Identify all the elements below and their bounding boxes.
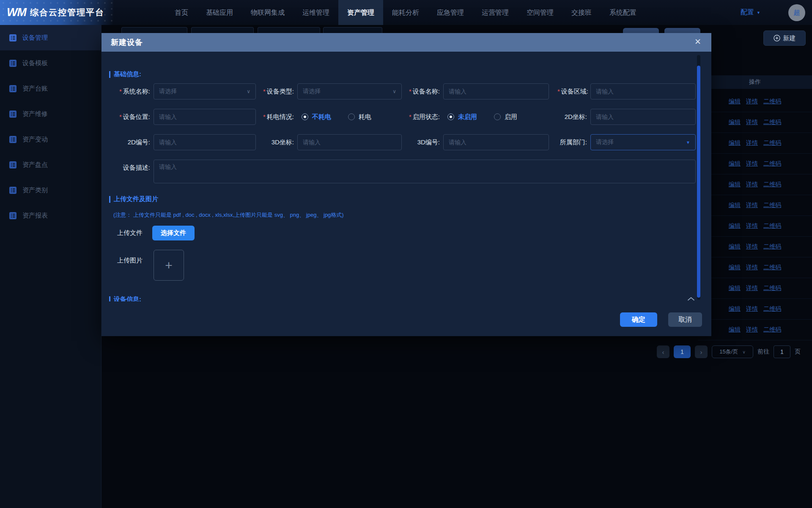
detail-link[interactable]: 详情 xyxy=(746,202,758,209)
nav-item-emergency[interactable]: 应急管理 xyxy=(428,0,473,25)
radio-power[interactable]: 耗电 xyxy=(348,113,371,121)
nav-item-energy[interactable]: 能耗分析 xyxy=(383,0,428,25)
sidebar-item-asset-repair[interactable]: 资产维修 xyxy=(0,101,101,127)
qrcode-link[interactable]: 二维码 xyxy=(763,264,781,271)
new-button-label: 新建 xyxy=(783,34,796,42)
list-icon xyxy=(9,60,16,67)
edit-link[interactable]: 编辑 xyxy=(729,139,741,147)
sidebar: 设备管理 设备模板 资产台账 资产维修 资产变动 资产盘点 资产类别 资产报表 xyxy=(0,25,102,508)
department-select[interactable]: 请选择 ▼ xyxy=(590,134,696,150)
modal-scrollbar-thumb[interactable] xyxy=(697,66,700,298)
qrcode-link[interactable]: 二维码 xyxy=(763,243,781,251)
edit-link[interactable]: 编辑 xyxy=(729,222,741,230)
field-3d-code: 3D编号: xyxy=(405,134,549,150)
detail-link[interactable]: 详情 xyxy=(746,222,758,230)
next-page-button[interactable]: › xyxy=(695,345,708,358)
confirm-button[interactable]: 确定 xyxy=(620,312,657,327)
edit-link[interactable]: 编辑 xyxy=(729,243,741,251)
qrcode-link[interactable]: 二维码 xyxy=(763,160,781,168)
page-size-select[interactable]: 15条/页 ∨ xyxy=(712,345,753,358)
radio-no-power[interactable]: 不耗电 xyxy=(302,113,331,121)
nav-item-ops[interactable]: 运维管理 xyxy=(294,0,338,25)
power-usage-radio-group: 不耗电 耗电 xyxy=(297,113,371,121)
qrcode-link[interactable]: 二维码 xyxy=(763,326,781,334)
description-textarea[interactable] xyxy=(154,160,696,183)
qrcode-link[interactable]: 二维码 xyxy=(763,98,781,105)
edit-link[interactable]: 编辑 xyxy=(729,326,741,334)
brand-logo-mark: WM xyxy=(7,6,26,19)
field-power-usage: *耗电情况: 不耗电 耗电 xyxy=(213,109,371,125)
sidebar-item-asset-change[interactable]: 资产变动 xyxy=(0,127,101,152)
detail-link[interactable]: 详情 xyxy=(746,243,758,251)
coord-2d-input[interactable] xyxy=(590,109,696,125)
list-icon xyxy=(9,85,16,92)
nav-item-assets[interactable]: 资产管理 xyxy=(338,0,383,25)
nav-item-home[interactable]: 首页 xyxy=(166,0,197,25)
list-icon xyxy=(9,110,16,118)
edit-link[interactable]: 编辑 xyxy=(729,181,741,188)
code-3d-input[interactable] xyxy=(443,134,549,150)
sidebar-item-device-template[interactable]: 设备模板 xyxy=(0,50,101,76)
cancel-button[interactable]: 取消 xyxy=(668,312,702,327)
edit-link[interactable]: 编辑 xyxy=(729,202,741,209)
new-device-modal: 新建设备 ✕ 基础信息: *系统名称: 请选择 ∨ *设备类型: 请选择 ∨ xyxy=(102,33,711,336)
detail-link[interactable]: 详情 xyxy=(746,264,758,271)
collapse-up-icon[interactable] xyxy=(687,295,695,301)
page-number-1[interactable]: 1 xyxy=(674,345,691,358)
nav-item-space[interactable]: 空间管理 xyxy=(518,0,562,25)
nav-item-iot[interactable]: 物联网集成 xyxy=(242,0,294,25)
edit-link[interactable]: 编辑 xyxy=(729,264,741,271)
nav-item-shift[interactable]: 交接班 xyxy=(562,0,601,25)
upload-image-row: 上传图片 + xyxy=(109,250,184,281)
device-area-input[interactable] xyxy=(590,83,696,99)
sidebar-item-asset-inventory[interactable]: 资产盘点 xyxy=(0,152,101,177)
qrcode-link[interactable]: 二维码 xyxy=(763,119,781,126)
qrcode-link[interactable]: 二维码 xyxy=(763,284,781,292)
close-icon[interactable]: ✕ xyxy=(694,38,701,46)
detail-link[interactable]: 详情 xyxy=(746,284,758,292)
detail-link[interactable]: 详情 xyxy=(746,139,758,147)
nav-item-operation[interactable]: 运营管理 xyxy=(473,0,518,25)
sidebar-item-asset-ledger[interactable]: 资产台账 xyxy=(0,76,101,101)
device-name-input[interactable] xyxy=(443,83,549,99)
sidebar-item-asset-category[interactable]: 资产类别 xyxy=(0,177,101,203)
detail-link[interactable]: 详情 xyxy=(746,160,758,168)
detail-link[interactable]: 详情 xyxy=(746,181,758,188)
qrcode-link[interactable]: 二维码 xyxy=(763,181,781,188)
user-avatar[interactable]: 超 xyxy=(788,4,805,21)
pagination: ‹ 1 › 15条/页 ∨ 前往 页 xyxy=(657,345,801,359)
table-row: 编辑详情二维码 xyxy=(698,299,812,320)
detail-link[interactable]: 详情 xyxy=(746,98,758,105)
radio-not-enabled[interactable]: 未启用 xyxy=(447,113,477,121)
upload-image-box[interactable]: + xyxy=(154,250,184,281)
sidebar-item-asset-report[interactable]: 资产报表 xyxy=(0,203,101,228)
edit-link[interactable]: 编辑 xyxy=(729,98,741,105)
sidebar-item-device-mgmt[interactable]: 设备管理 xyxy=(0,25,101,50)
device-type-select[interactable]: 请选择 ∨ xyxy=(297,83,402,99)
radio-enabled[interactable]: 启用 xyxy=(494,113,517,121)
nav-item-basic-apps[interactable]: 基础应用 xyxy=(197,0,242,25)
config-dropdown[interactable]: 配置 ▼ xyxy=(741,0,760,25)
edit-link[interactable]: 编辑 xyxy=(729,160,741,168)
edit-link[interactable]: 编辑 xyxy=(729,119,741,126)
required-marker: * xyxy=(263,113,266,120)
edit-link[interactable]: 编辑 xyxy=(729,284,741,292)
top-nav-menu: 首页 基础应用 物联网集成 运维管理 资产管理 能耗分析 应急管理 运营管理 空… xyxy=(166,0,645,25)
choose-file-button[interactable]: 选择文件 xyxy=(152,226,195,240)
detail-link[interactable]: 详情 xyxy=(746,305,758,313)
nav-item-sysconfig[interactable]: 系统配置 xyxy=(601,0,645,25)
section-device-info: 设备信息: xyxy=(109,295,141,301)
coord-3d-input[interactable] xyxy=(297,134,402,150)
goto-page-input[interactable] xyxy=(774,345,790,358)
qrcode-link[interactable]: 二维码 xyxy=(763,202,781,209)
upload-image-label: 上传图片 xyxy=(109,250,146,265)
qrcode-link[interactable]: 二维码 xyxy=(763,222,781,230)
qrcode-link[interactable]: 二维码 xyxy=(763,139,781,147)
qrcode-link[interactable]: 二维码 xyxy=(763,305,781,313)
field-label: 3D坐标: xyxy=(272,138,294,146)
detail-link[interactable]: 详情 xyxy=(746,119,758,126)
new-device-button[interactable]: 新建 xyxy=(763,30,806,46)
prev-page-button[interactable]: ‹ xyxy=(657,345,669,358)
detail-link[interactable]: 详情 xyxy=(746,326,758,334)
edit-link[interactable]: 编辑 xyxy=(729,305,741,313)
